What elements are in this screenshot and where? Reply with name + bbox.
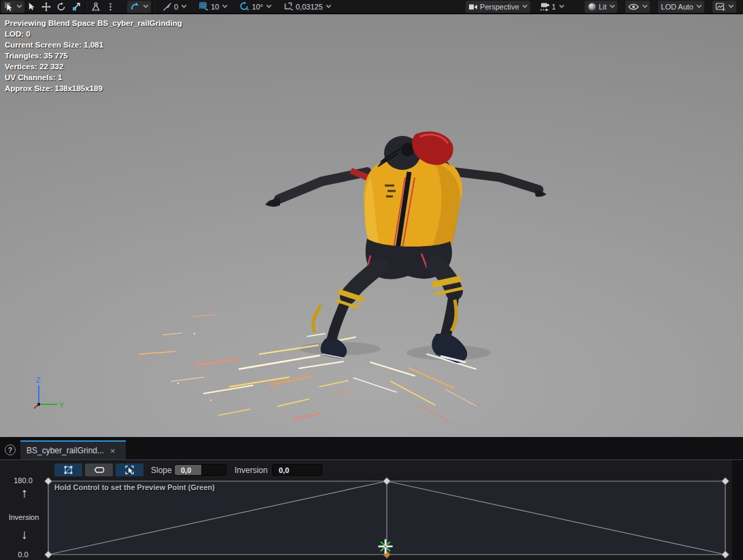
chevron-down-icon [729,5,733,8]
chevron-down-icon [559,5,564,8]
inversion-value: 0,0 [279,466,289,474]
screenshot-button[interactable] [712,1,736,13]
scale-snap-button[interactable]: 0,03125 [281,1,334,13]
scale-icon [71,2,81,12]
grid-snap-button[interactable]: 10 [196,1,230,13]
perspective-button[interactable]: Perspective [466,1,530,13]
move-tool-button[interactable] [39,1,54,13]
perspective-label: Perspective [480,3,519,11]
chevron-down-icon [523,5,528,8]
coordinate-system-button[interactable] [127,1,151,13]
axis-y-label: Y [59,401,65,409]
chevron-down-icon [610,5,615,8]
chevron-down-icon [642,5,647,8]
slope-input[interactable]: 0,0 [174,464,226,476]
camera-speed-button[interactable]: 1 [537,1,567,13]
axis-name-label: Inversion [2,513,46,521]
rotate-icon [56,2,66,12]
camera-icon [468,2,478,12]
blendspace-panel: Slope 0,0 Inversion 0,0 180.0 ↑ Inversio… [0,459,743,560]
toolbar-options-button[interactable]: ⋮ [103,1,118,13]
tab-bs-cyber-railgrinding[interactable]: BS_cyber_railGrind... × [20,440,126,459]
slope-label: Slope [151,466,172,475]
rotation-snap-icon [239,1,249,12]
triangulation-icon [63,465,73,475]
inversion-input[interactable]: 0,0 [272,464,322,476]
chevron-down-icon [17,5,22,8]
pivot-button[interactable] [88,1,103,13]
scale-snap-value: 0,03125 [296,3,323,11]
label-icon [93,466,105,474]
axis-max-label: 180.0 [10,476,37,485]
stat-approx-size: Approx Size: 138x185x189 [5,83,182,94]
show-triangulation-button[interactable] [54,463,82,476]
select-brackets-icon [124,465,135,475]
stat-uv-channels: UV Channels: 1 [5,72,182,83]
chevron-down-icon [143,5,148,8]
viewport-toolbar: ⋮ 0 10 10° [0,0,743,14]
stat-triangles: Triangles: 35 775 [5,50,182,61]
grid-snap-value: 10 [211,3,219,11]
surface-snap-icon [162,2,172,12]
select-tool-button[interactable] [24,1,39,13]
tab-close-icon[interactable]: × [110,447,116,455]
rotate-tool-button[interactable] [54,1,69,13]
stat-vertices: Vertices: 22 332 [5,61,182,72]
axis-down-arrow-icon: ↓ [14,527,35,542]
chevron-down-icon [266,5,271,8]
preview-viewport[interactable]: Previewing Blend Space BS_cyber_railGrin… [0,14,743,437]
toolbar-separator [153,2,154,12]
scale-tool-button[interactable] [69,1,84,13]
lit-label: Lit [599,3,607,11]
cursor-select-icon [4,2,14,12]
screenshot-icon [715,2,725,12]
blendspace-sample[interactable] [722,551,729,559]
view-mode-button[interactable]: Lit [585,1,618,13]
surface-snap-value: 0 [174,3,178,11]
enable-preview-select-button[interactable] [116,463,143,476]
blendspace-sample[interactable] [722,478,729,485]
cursor-icon [27,2,36,11]
rotation-snap-value: 10° [252,3,263,11]
rotation-snap-button[interactable]: 10° [237,1,274,13]
preview-point-hint: Hold Control to set the Preview Point (G… [54,483,215,491]
chevron-down-icon [182,5,186,8]
axis-min-label: 0.0 [13,550,33,559]
chevron-down-icon [222,5,227,8]
help-icon[interactable]: ? [5,444,16,455]
grid-snap-icon [198,1,209,12]
triangulation-edge [48,481,387,555]
viewport-stats: Previewing Blend Space BS_cyber_railGrin… [5,18,182,94]
kebab-menu-icon: ⋮ [106,1,115,12]
axis-up-arrow-icon: ↑ [14,486,35,501]
surface-snap-button[interactable]: 0 [160,1,189,13]
move-icon [41,2,51,12]
spark-trails [139,315,476,422]
cursor-crosshair [377,538,394,555]
toolbar-separator [86,2,86,12]
lod-label: LOD Auto [661,3,693,11]
show-labels-button[interactable] [85,463,113,476]
eye-icon [628,3,639,11]
inversion-label: Inversion [235,466,268,475]
document-tab-bar: ? BS_cyber_railGrind... × [0,437,743,459]
stat-lod: LOD: 0 [5,29,182,39]
blendspace-controls: Slope 0,0 Inversion 0,0 [0,463,743,477]
select-mode-button[interactable] [1,1,24,13]
blendspace-sample[interactable] [45,551,52,559]
camera-speed-value: 1 [552,3,556,11]
chevron-down-icon [697,5,702,8]
chevron-down-icon [326,5,331,8]
lod-button[interactable]: LOD Auto [658,1,704,13]
triangulation-edge [387,481,725,555]
help-glyph: ? [8,446,12,454]
pivot-icon [91,2,101,12]
axis-z-label: Z [36,376,41,384]
show-flags-button[interactable] [625,1,650,13]
stat-screen-size: Current Screen Size: 1,081 [5,39,182,50]
scale-snap-icon [283,1,294,12]
blendspace-sample[interactable] [383,478,391,485]
blendspace-sample[interactable] [45,478,52,485]
blendspace-grid[interactable]: Hold Control to set the Preview Point (G… [48,481,725,555]
slope-value: 0,0 [181,466,191,474]
